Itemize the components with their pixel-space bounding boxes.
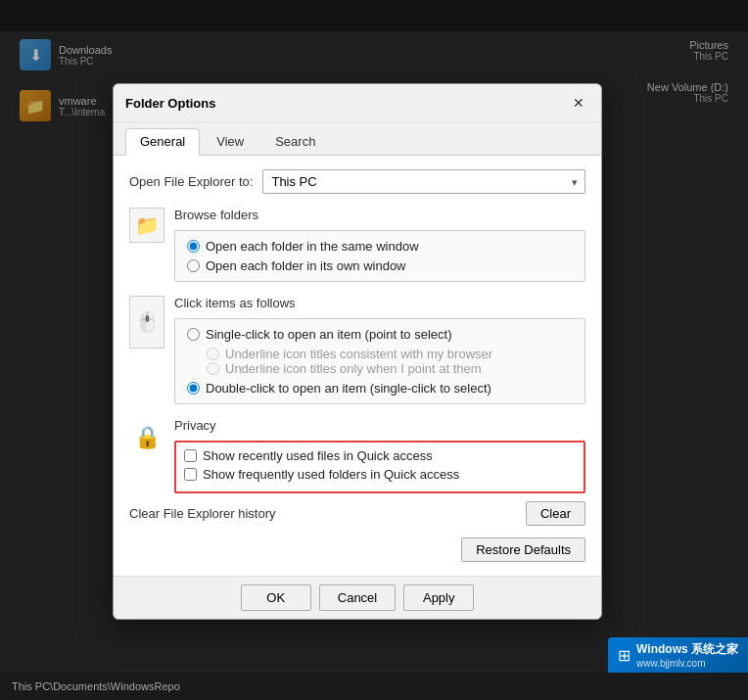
radio-double-click[interactable]: Double-click to open an item (single-cli… xyxy=(187,381,573,396)
ok-button[interactable]: OK xyxy=(241,584,311,611)
lock-icon: 🔒 xyxy=(134,425,161,450)
radio-own-window[interactable]: Open each folder in its own window xyxy=(187,258,573,273)
folder-options-dialog: Folder Options ✕ General View Search Ope… xyxy=(113,83,602,620)
clear-history-label: Clear File Explorer history xyxy=(129,506,276,521)
radio-same-window[interactable]: Open each folder in the same window xyxy=(187,239,573,254)
browse-folders-label: Browse folders xyxy=(174,208,585,222)
radio-underline-browser[interactable]: Underline icon titles consistent with my… xyxy=(207,347,573,361)
dialog-content: Open File Explorer to: This PC Quick acc… xyxy=(114,156,601,576)
privacy-with-icon: 🔒 Privacy Show recently used files in Qu… xyxy=(129,418,585,493)
click-items-radio-group: Single-click to open an item (point to s… xyxy=(187,327,573,396)
windows-badge-sub: www.bjjmlv.com xyxy=(636,658,738,669)
radio-underline-browser-input xyxy=(207,348,219,360)
restore-row: Restore Defaults xyxy=(129,537,585,562)
click-items-content: Click items as follows Single-click to o… xyxy=(174,296,585,404)
privacy-label: Privacy xyxy=(174,418,585,433)
open-fe-label: Open File Explorer to: xyxy=(129,174,253,189)
browse-folders-box: Open each folder in the same window Open… xyxy=(174,230,585,282)
folder-icon: 📁 xyxy=(135,213,160,237)
radio-underline-browser-label: Underline icon titles consistent with my… xyxy=(225,347,492,361)
radio-own-window-label: Open each folder in its own window xyxy=(206,258,406,273)
radio-single-click-label: Single-click to open an item (point to s… xyxy=(206,327,451,342)
radio-underline-point-label: Underline icon titles only when I point … xyxy=(225,361,482,376)
browse-folders-icon: 📁 xyxy=(129,208,164,243)
windows-logo-icon: ⊞ xyxy=(618,646,631,665)
checkbox-frequent-folders-input[interactable] xyxy=(184,468,197,481)
privacy-icon: 🔒 xyxy=(129,418,164,457)
dialog-title: Folder Options xyxy=(125,96,215,111)
radio-same-window-label: Open each folder in the same window xyxy=(206,239,419,254)
windows-badge-text: Windows 系统之家 xyxy=(636,641,738,658)
restore-defaults-button[interactable]: Restore Defaults xyxy=(461,537,585,562)
dialog-titlebar: Folder Options ✕ xyxy=(114,84,601,122)
browse-folders-radio-group: Open each folder in the same window Open… xyxy=(187,239,573,273)
cancel-button[interactable]: Cancel xyxy=(319,584,396,611)
checkbox-frequent-folders[interactable]: Show frequently used folders in Quick ac… xyxy=(184,467,576,482)
cursor-icon: 🖱️ xyxy=(135,310,160,334)
checkbox-recent-files[interactable]: Show recently used files in Quick access xyxy=(184,448,576,463)
browse-folders-section: 📁 Browse folders Open each folder in the… xyxy=(129,208,585,282)
radio-single-click[interactable]: Single-click to open an item (point to s… xyxy=(187,327,573,342)
statusbar-path: This PC\Documents\WindowsRepo xyxy=(12,680,180,692)
tab-search[interactable]: Search xyxy=(260,128,330,155)
apply-button[interactable]: Apply xyxy=(403,584,474,611)
windows-badge: ⊞ Windows 系统之家 www.bjjmlv.com xyxy=(608,637,748,673)
dialog-footer: OK Cancel Apply xyxy=(114,576,601,619)
radio-own-window-input[interactable] xyxy=(187,259,200,272)
privacy-content: Privacy Show recently used files in Quic… xyxy=(174,418,585,493)
browse-folders-with-icon: 📁 Browse folders Open each folder in the… xyxy=(129,208,585,282)
open-fe-select[interactable]: This PC Quick access xyxy=(262,169,585,194)
clear-button[interactable]: Clear xyxy=(526,501,585,526)
radio-single-click-input[interactable] xyxy=(187,328,200,341)
radio-underline-point-input xyxy=(207,362,219,375)
radio-same-window-input[interactable] xyxy=(187,240,200,253)
checkbox-recent-files-input[interactable] xyxy=(184,449,197,462)
radio-double-click-input[interactable] xyxy=(187,382,200,395)
privacy-checkboxes: Show recently used files in Quick access… xyxy=(174,441,585,493)
click-items-icon: 🖱️ xyxy=(129,296,164,349)
dialog-tabs: General View Search xyxy=(114,122,601,156)
click-items-section: 🖱️ Click items as follows Single-click t… xyxy=(129,296,585,404)
checkbox-frequent-folders-label: Show frequently used folders in Quick ac… xyxy=(203,467,459,482)
checkbox-recent-files-label: Show recently used files in Quick access xyxy=(203,448,433,463)
tab-view[interactable]: View xyxy=(202,128,258,155)
dialog-close-button[interactable]: ✕ xyxy=(568,92,589,114)
statusbar-bottom: This PC\Documents\WindowsRepo xyxy=(0,673,748,700)
open-fe-select-wrapper: This PC Quick access xyxy=(262,169,585,194)
privacy-section: 🔒 Privacy Show recently used files in Qu… xyxy=(129,418,585,526)
radio-double-click-label: Double-click to open an item (single-cli… xyxy=(206,381,491,396)
click-items-with-icon: 🖱️ Click items as follows Single-click t… xyxy=(129,296,585,404)
open-fe-row: Open File Explorer to: This PC Quick acc… xyxy=(129,169,585,194)
radio-underline-point[interactable]: Underline icon titles only when I point … xyxy=(207,361,573,376)
click-items-box: Single-click to open an item (point to s… xyxy=(174,318,585,404)
clear-history-row: Clear File Explorer history Clear xyxy=(129,501,585,526)
browse-folders-content: Browse folders Open each folder in the s… xyxy=(174,208,585,282)
single-click-sub-options: Underline icon titles consistent with my… xyxy=(207,347,573,376)
tab-general[interactable]: General xyxy=(125,128,200,156)
click-items-label: Click items as follows xyxy=(174,296,585,310)
